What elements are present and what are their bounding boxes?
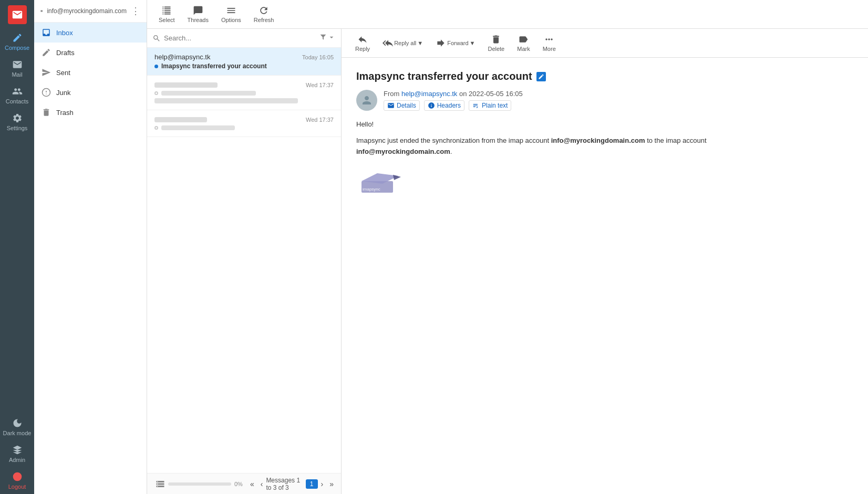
refresh-button[interactable]: Refresh xyxy=(249,2,280,26)
edit-subject-icon[interactable] xyxy=(536,72,546,81)
account-email: info@myrockingdomain.com xyxy=(47,7,127,15)
sender-avatar xyxy=(356,90,377,111)
folder-item-junk[interactable]: Junk xyxy=(34,82,147,102)
folder-trash-label: Trash xyxy=(56,109,74,117)
next-page-button[interactable]: › xyxy=(318,478,327,490)
select-button[interactable]: Select xyxy=(153,2,180,26)
message-subject: Imapsync transferred your account xyxy=(356,70,853,82)
message-meta: From help@imapsync.tk on 2022-05-05 16:0… xyxy=(356,90,853,111)
mail-sender: help@imapsync.tk xyxy=(154,53,210,61)
reply-all-dropdown-arrow[interactable]: ▼ xyxy=(417,40,423,46)
folder-list: Inbox Drafts Sent Junk Trash xyxy=(34,23,147,494)
imapsync-logo: imapsync xyxy=(356,165,853,198)
forward-button[interactable]: Forward ▼ xyxy=(430,35,480,51)
svg-text:imapsync: imapsync xyxy=(363,187,380,192)
meta-from: From help@imapsync.tk on 2022-05-05 16:0… xyxy=(384,90,523,98)
current-page: 1 xyxy=(306,479,318,489)
svg-point-3 xyxy=(46,93,47,94)
plain-text-label: Plain text xyxy=(482,102,508,109)
folder-item-sent[interactable]: Sent xyxy=(34,62,147,82)
main-area: Select Threads Options Refresh xyxy=(147,0,868,494)
mail-item[interactable]: Wed 17:37 xyxy=(147,110,341,137)
delete-button[interactable]: Delete xyxy=(482,31,510,55)
top-toolbar: Select Threads Options Refresh xyxy=(147,0,868,29)
mail-time: Today 16:05 xyxy=(302,54,334,60)
sidebar-item-contacts[interactable]: Contacts xyxy=(0,82,34,109)
meta-actions: Details Headers Plain text xyxy=(384,100,523,111)
forward-dropdown-arrow[interactable]: ▼ xyxy=(470,40,476,46)
sidebar-item-logout[interactable]: Logout xyxy=(0,467,34,494)
folder-item-inbox[interactable]: Inbox xyxy=(34,23,147,43)
account-menu-icon[interactable]: ⋮ xyxy=(131,5,140,17)
plain-text-button[interactable]: Plain text xyxy=(469,100,511,111)
prev-page-button[interactable]: ‹ xyxy=(257,478,266,490)
mail-item[interactable]: Wed 17:37 xyxy=(147,76,341,110)
message-toolbar: Reply Reply all ▼ Forward ▼ Delete xyxy=(342,29,868,58)
sender-email-link[interactable]: help@imapsync.tk xyxy=(401,90,457,98)
mail-subject: Imapsync transferred your account xyxy=(161,62,267,70)
progress-track xyxy=(168,482,231,486)
folder-inbox-label: Inbox xyxy=(56,29,73,37)
last-page-button[interactable]: » xyxy=(326,478,337,490)
search-bar xyxy=(147,29,341,48)
folder-junk-label: Junk xyxy=(56,89,70,97)
messages-count: Messages 1 to 3 of 3 xyxy=(266,477,305,491)
svg-point-0 xyxy=(13,472,22,481)
greeting: Hello! xyxy=(356,119,853,130)
content-area: help@imapsync.tk Today 16:05 Imapsync tr… xyxy=(147,29,868,494)
details-button[interactable]: Details xyxy=(384,100,420,111)
message-view: Imapsync transferred your account From h… xyxy=(342,58,868,494)
folder-header: info@myrockingdomain.com ⋮ xyxy=(34,0,147,23)
sidebar-item-admin[interactable]: Admin xyxy=(0,440,34,467)
unread-dot xyxy=(154,65,158,68)
options-button[interactable]: Options xyxy=(216,2,246,26)
headers-label: Headers xyxy=(437,102,461,109)
sidebar-item-compose[interactable]: Compose xyxy=(0,28,34,55)
mark-button[interactable]: Mark xyxy=(512,31,535,55)
mail-time: Wed 17:37 xyxy=(306,117,334,123)
headers-button[interactable]: Headers xyxy=(424,100,464,111)
reply-button[interactable]: Reply xyxy=(350,31,375,55)
mail-item[interactable]: help@imapsync.tk Today 16:05 Imapsync tr… xyxy=(147,48,341,76)
read-dot xyxy=(154,91,158,95)
message-body: Hello! Imapsync just ended the synchroni… xyxy=(356,119,853,157)
reply-all-button[interactable]: Reply all ▼ xyxy=(377,35,428,51)
mail-list-footer: 0% « ‹ Messages 1 to 3 of 3 1 › » xyxy=(147,473,341,494)
mail-time: Wed 17:37 xyxy=(306,82,334,88)
body-paragraph: Imapsync just ended the synchronization … xyxy=(356,135,853,157)
first-page-button[interactable]: « xyxy=(247,478,257,490)
progress-area: 0% xyxy=(151,479,247,489)
folder-sent-label: Sent xyxy=(56,69,70,77)
storage-icon xyxy=(156,479,165,489)
progress-label: 0% xyxy=(234,481,243,487)
folder-panel: info@myrockingdomain.com ⋮ Inbox Drafts … xyxy=(34,0,147,494)
svg-marker-6 xyxy=(393,175,401,180)
sidebar-item-darkmode[interactable]: Dark mode xyxy=(0,414,34,440)
mail-list-panel: help@imapsync.tk Today 16:05 Imapsync tr… xyxy=(147,29,342,494)
folder-item-trash[interactable]: Trash xyxy=(34,102,147,122)
sidebar-item-mail[interactable]: Mail xyxy=(0,55,34,82)
details-label: Details xyxy=(397,102,416,109)
mail-list: help@imapsync.tk Today 16:05 Imapsync tr… xyxy=(147,48,341,473)
filter-icon[interactable] xyxy=(319,33,336,43)
sidebar: Compose Mail Contacts Settings Dark mode… xyxy=(0,0,34,494)
meta-info: From help@imapsync.tk on 2022-05-05 16:0… xyxy=(384,90,523,111)
read-dot xyxy=(154,126,158,130)
threads-button[interactable]: Threads xyxy=(182,2,214,26)
app-logo xyxy=(8,5,27,24)
more-button[interactable]: More xyxy=(538,31,561,55)
sidebar-item-settings[interactable]: Settings xyxy=(0,109,34,135)
search-input[interactable] xyxy=(164,34,316,42)
folder-item-drafts[interactable]: Drafts xyxy=(34,43,147,62)
right-panel: Reply Reply all ▼ Forward ▼ Delete xyxy=(342,29,868,494)
folder-drafts-label: Drafts xyxy=(56,49,75,57)
